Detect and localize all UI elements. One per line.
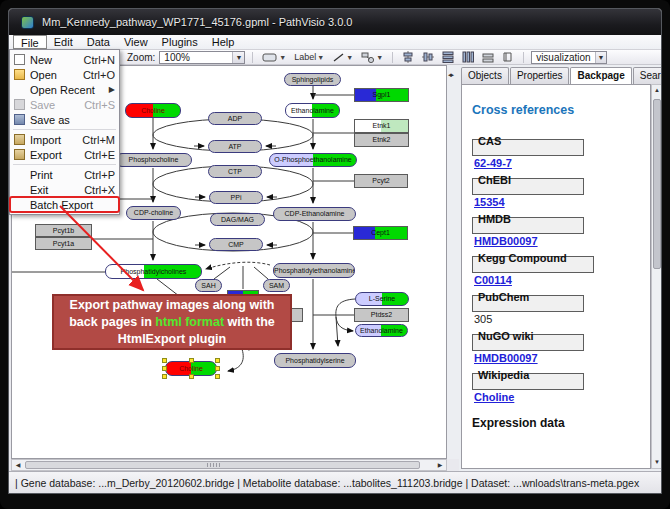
menu-data[interactable]: Data bbox=[80, 35, 117, 49]
scroll-left-icon[interactable]: ◀ bbox=[12, 460, 24, 470]
distribute-horizontal-button[interactable] bbox=[440, 51, 456, 64]
menu-file[interactable]: File bbox=[13, 35, 47, 49]
align-middle-button[interactable] bbox=[420, 51, 436, 64]
menu-shortcut: Ctrl+P bbox=[84, 169, 115, 181]
pathway-node-cept1[interactable]: Cept1 bbox=[353, 226, 408, 240]
toolbar-separator bbox=[523, 52, 524, 63]
selection-handle[interactable] bbox=[215, 374, 220, 379]
label-tool-text: Label bbox=[294, 52, 316, 62]
common-height-button[interactable] bbox=[500, 51, 516, 64]
pathway-node-sah[interactable]: SAH bbox=[195, 279, 222, 292]
scrollbar-thumb[interactable] bbox=[653, 99, 661, 269]
pathway-node-etnk2[interactable]: Etnk2 bbox=[354, 133, 409, 147]
pathway-node-sam[interactable]: SAM bbox=[263, 279, 290, 292]
pathway-node-o-phosphoethanolamine[interactable]: O-Phosphoethanolamine bbox=[269, 153, 357, 167]
menu-item-new[interactable]: NewCtrl+N bbox=[10, 52, 119, 67]
label-tool-button[interactable]: Label ▼ bbox=[292, 51, 326, 64]
app-icon bbox=[21, 16, 34, 29]
chevron-down-icon[interactable]: ▼ bbox=[346, 54, 353, 61]
pathway-node-etnk1[interactable]: Etnk1 bbox=[354, 119, 409, 133]
pathway-node-adp[interactable]: ADP bbox=[208, 112, 262, 125]
save-as-icon bbox=[14, 114, 25, 125]
selection-handle[interactable] bbox=[215, 366, 220, 371]
pathway-node-l-serine[interactable]: L-Serine bbox=[355, 292, 409, 306]
backpage-panel: Cross references CAS62-49-7ChEBI15354HMD… bbox=[461, 84, 651, 469]
chevron-down-icon[interactable]: ▼ bbox=[232, 52, 244, 63]
shapes-tool-button[interactable]: ▼ bbox=[359, 51, 385, 64]
menu-shortcut: Ctrl+O bbox=[83, 69, 115, 81]
pathway-node-atp[interactable]: ATP bbox=[208, 140, 262, 153]
chevron-down-icon[interactable]: ▼ bbox=[279, 54, 286, 61]
visualization-combobox[interactable]: visualization ▼ bbox=[531, 51, 607, 64]
no-icon bbox=[14, 184, 25, 195]
menu-item-open[interactable]: OpenCtrl+O bbox=[10, 67, 119, 82]
pathway-node-sgpl1[interactable]: Sgpl1 bbox=[354, 88, 409, 102]
pathway-node-phosphocholine[interactable]: Phosphocholine bbox=[115, 153, 192, 167]
selection-handle[interactable] bbox=[162, 366, 167, 371]
menu-item-print[interactable]: PrintCtrl+P bbox=[10, 167, 119, 182]
menu-item-save-as[interactable]: Save as bbox=[10, 112, 119, 127]
menu-shortcut: Ctrl+M bbox=[82, 134, 115, 146]
scroll-down-icon[interactable]: ▼ bbox=[652, 457, 662, 468]
tab-objects[interactable]: Objects bbox=[461, 67, 509, 84]
pathway-node-cdp-ethanolamine[interactable]: CDP-Ethanolamine bbox=[273, 207, 356, 221]
chevron-down-icon[interactable]: ▼ bbox=[376, 54, 383, 61]
chevron-down-icon[interactable]: ▼ bbox=[595, 52, 607, 63]
menu-item-import[interactable]: ImportCtrl+M bbox=[10, 132, 119, 147]
common-width-icon bbox=[482, 51, 494, 63]
pathway-node-pcyt1b[interactable]: Pcyt1b bbox=[35, 224, 92, 237]
pathway-node-ptdss2[interactable]: Ptdss2 bbox=[354, 308, 409, 322]
menu-item-exit[interactable]: ExitCtrl+X bbox=[10, 182, 119, 197]
selection-handle[interactable] bbox=[162, 374, 167, 379]
panel-scrollbar[interactable]: ▲ ▼ bbox=[651, 84, 662, 469]
pathway-node-ctp[interactable]: CTP bbox=[208, 165, 262, 178]
tab-backpage[interactable]: Backpage bbox=[570, 67, 631, 84]
zoom-combobox[interactable]: 100% ▼ bbox=[159, 51, 245, 64]
panel-splitter[interactable]: ◂▸ bbox=[447, 65, 459, 459]
splitter-collapse-icon[interactable]: ◂▸ bbox=[448, 71, 453, 79]
selection-handle[interactable] bbox=[189, 358, 194, 363]
menu-item-label: Exit bbox=[30, 184, 48, 196]
gene-datanode-button[interactable]: ▼ bbox=[260, 51, 288, 64]
title-bar[interactable]: Mm_Kennedy_pathway_WP1771_45176.gpml - P… bbox=[9, 9, 662, 35]
pathway-node-cmp[interactable]: CMP bbox=[209, 238, 263, 251]
menu-item-batch-export[interactable]: Batch Export bbox=[10, 197, 119, 212]
pathway-node-sphingolipids[interactable]: Sphingolipids bbox=[284, 73, 341, 86]
pathway-node-pcyt2[interactable]: Pcyt2 bbox=[354, 174, 408, 188]
scroll-right-icon[interactable]: ▶ bbox=[434, 460, 446, 470]
menu-view[interactable]: View bbox=[117, 35, 155, 49]
menu-edit[interactable]: Edit bbox=[47, 35, 80, 49]
menu-item-save[interactable]: SaveCtrl+S bbox=[10, 97, 119, 112]
new-document-icon bbox=[14, 54, 25, 65]
selection-handle[interactable] bbox=[215, 358, 220, 363]
canvas-hscrollbar[interactable]: ◀ ▶ bbox=[11, 459, 447, 471]
pathway-node-ethanolamine-bottom[interactable]: Ethanolamine bbox=[355, 324, 408, 337]
pathway-node-phosphatidylethanolamine[interactable]: Phosphatidylethanolamine bbox=[273, 263, 355, 278]
pathway-node-phosphatidylcholines[interactable]: Phosphatidylcholines bbox=[105, 264, 202, 279]
xref-database-name: Wikipedia bbox=[472, 373, 584, 390]
pathway-node-choline-top[interactable]: Choline bbox=[125, 103, 181, 118]
pathway-node-phosphatidylserine[interactable]: Phosphatidylserine bbox=[274, 353, 356, 368]
menu-help[interactable]: Help bbox=[205, 35, 242, 49]
distribute-vertical-button[interactable] bbox=[460, 51, 476, 64]
pathway-node-cdp-choline[interactable]: CDP-choline bbox=[126, 206, 181, 220]
common-width-button[interactable] bbox=[480, 51, 496, 64]
menu-item-export[interactable]: ExportCtrl+E bbox=[10, 147, 119, 162]
scrollbar-thumb[interactable] bbox=[25, 461, 420, 469]
selection-handle[interactable] bbox=[189, 374, 194, 379]
pathway-node-dag-mag[interactable]: DAG/MAG bbox=[210, 213, 265, 226]
align-center-button[interactable] bbox=[400, 51, 416, 64]
selection-handle[interactable] bbox=[162, 358, 167, 363]
line-tool-button[interactable]: ▼ bbox=[330, 51, 355, 64]
pathway-node-ppi[interactable]: PPi bbox=[209, 191, 263, 204]
chevron-down-icon[interactable]: ▼ bbox=[317, 54, 324, 61]
pathway-node-pcyt1a[interactable]: Pcyt1a bbox=[35, 237, 92, 250]
menu-plugins[interactable]: Plugins bbox=[155, 35, 205, 49]
menu-item-open-recent[interactable]: Open Recent▶ bbox=[10, 82, 119, 97]
scroll-up-icon[interactable]: ▲ bbox=[652, 85, 662, 96]
menu-item-label: Print bbox=[30, 169, 53, 181]
menu-separator bbox=[13, 129, 116, 130]
pathway-node-ethanolamine-top[interactable]: Ethanolamine bbox=[285, 103, 340, 118]
tab-properties[interactable]: Properties bbox=[510, 67, 570, 84]
tab-search[interactable]: Search bbox=[633, 67, 662, 84]
